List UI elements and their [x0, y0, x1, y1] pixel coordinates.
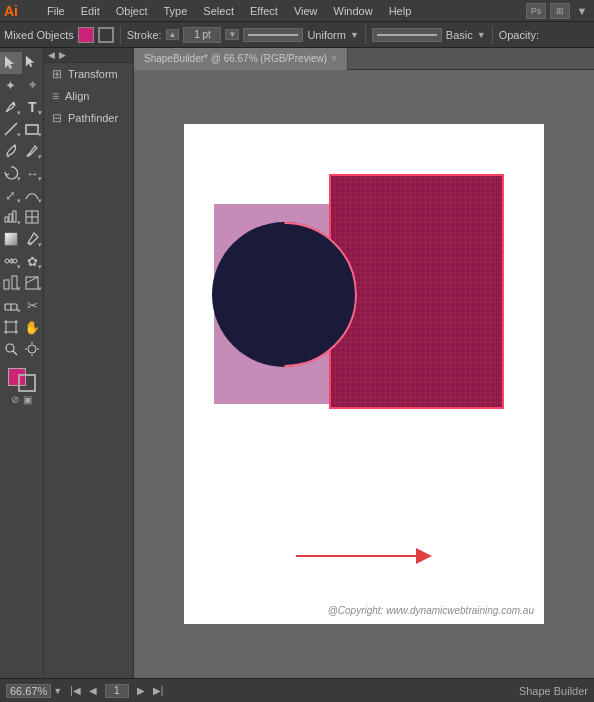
canvas-white: @Copyright: www.dynamicwebtraining.com.a… — [184, 124, 544, 624]
ai-logo-icon: Ai — [4, 3, 32, 19]
stroke-swatch[interactable] — [98, 27, 114, 43]
menu-type[interactable]: Type — [157, 3, 195, 19]
lasso-tool[interactable]: ⌖ — [22, 74, 44, 96]
page-number-input[interactable] — [105, 684, 129, 698]
profile-dropdown[interactable]: ▼ — [477, 30, 486, 40]
main-area: ✦ ⌖ ▾ T▾ ▾ ▾ ▾ — [0, 48, 594, 678]
gradient-tool[interactable] — [0, 228, 22, 250]
line-tool[interactable]: ▾ — [0, 118, 22, 140]
shapebuilder-tab[interactable]: ShapeBuilder* @ 66.67% (RGB/Preview) × — [134, 48, 348, 70]
copyright-text: @Copyright: www.dynamicwebtraining.com.a… — [328, 605, 534, 616]
graph-tool[interactable]: ▾ — [0, 206, 22, 228]
nav-prev-prev-btn[interactable]: |◀ — [70, 685, 81, 696]
menu-effect[interactable]: Effect — [243, 3, 285, 19]
svg-marker-1 — [26, 56, 34, 67]
drawing-canvas[interactable]: @Copyright: www.dynamicwebtraining.com.a… — [134, 70, 594, 678]
column-graph-tool[interactable]: ▾ — [0, 272, 22, 294]
svg-rect-5 — [5, 217, 8, 222]
slice-tool[interactable]: ▾ — [22, 272, 44, 294]
ps-icon[interactable]: Ps — [526, 3, 546, 19]
nav-next-btn[interactable]: ▶ — [137, 685, 145, 696]
zoom-dropdown-btn[interactable]: ▼ — [53, 686, 62, 696]
menu-view[interactable]: View — [287, 3, 325, 19]
menu-select[interactable]: Select — [196, 3, 241, 19]
align-panel-item[interactable]: ≡ Align — [44, 85, 133, 107]
menu-file[interactable]: File — [40, 3, 72, 19]
mixed-objects-label: Mixed Objects — [4, 29, 74, 41]
tool-name-label: Shape Builder — [171, 685, 588, 697]
pathfinder-icon: ⊟ — [52, 111, 62, 125]
basic-label: Basic — [446, 29, 473, 41]
stroke-style-selector[interactable] — [243, 28, 303, 42]
align-label: Align — [65, 90, 89, 102]
fill-swatch[interactable] — [78, 27, 94, 43]
pathfinder-panel-item[interactable]: ⊟ Pathfinder — [44, 107, 133, 129]
symbol-tool[interactable]: ✿▾ — [22, 250, 44, 272]
pen-tool[interactable]: ▾ — [0, 96, 22, 118]
mesh-tool[interactable] — [22, 206, 44, 228]
svg-rect-4 — [26, 125, 38, 134]
panel-expand-btn[interactable]: ▶ — [59, 50, 66, 60]
zoom-tool[interactable] — [0, 338, 22, 360]
expand-icon[interactable]: ▼ — [574, 3, 590, 19]
menu-bar: Ai File Edit Object Type Select Effect V… — [0, 0, 594, 22]
grid-icon[interactable]: ⊞ — [550, 3, 570, 19]
nav-prev-btn[interactable]: ◀ — [89, 685, 97, 696]
magic-wand-tool[interactable]: ✦ — [0, 74, 22, 96]
pathfinder-label: Pathfinder — [68, 112, 118, 124]
panel-collapse-btn[interactable]: ◀ — [48, 50, 55, 60]
artboard-tool[interactable] — [0, 316, 22, 338]
mirror-tool[interactable]: ↔▾ — [22, 162, 44, 184]
stroke-value-input[interactable] — [183, 27, 221, 43]
menu-object[interactable]: Object — [109, 3, 155, 19]
svg-rect-7 — [13, 211, 16, 222]
separator2 — [365, 26, 366, 44]
none-icon[interactable]: ⊘ — [11, 394, 19, 405]
tab-close-btn[interactable]: × — [331, 53, 337, 64]
rect-tool[interactable]: ▾ — [22, 118, 44, 140]
blend-tool[interactable]: ▾ — [0, 250, 22, 272]
transform-panel-item[interactable]: ⊞ Transform — [44, 63, 133, 85]
toolbar: Mixed Objects Stroke: ▲ ▼ Uniform ▼ Basi… — [0, 22, 594, 48]
menu-window[interactable]: Window — [327, 3, 380, 19]
type-tool[interactable]: T▾ — [22, 96, 44, 118]
arrow-indicator — [296, 548, 432, 564]
tab-bar: ShapeBuilder* @ 66.67% (RGB/Preview) × — [134, 48, 594, 70]
stroke-down-btn[interactable]: ▼ — [226, 30, 238, 39]
panel-area: ◀ ▶ ⊞ Transform ≡ Align ⊟ Pathfinder — [44, 48, 134, 678]
stroke-color-box[interactable] — [18, 374, 36, 392]
canvas-area: ShapeBuilder* @ 66.67% (RGB/Preview) × — [134, 48, 594, 678]
zoom-value: 66.67% — [6, 684, 51, 698]
warp-tool[interactable]: ▾ — [22, 184, 44, 206]
nav-next-next-btn[interactable]: ▶| — [153, 685, 164, 696]
hand-tool[interactable]: ✋ — [22, 316, 44, 338]
svg-marker-0 — [5, 56, 14, 69]
stroke-up-btn[interactable]: ▲ — [167, 30, 179, 39]
svg-rect-15 — [4, 280, 9, 289]
rotate-tool[interactable]: ▾ — [0, 162, 22, 184]
direct-selection-tool[interactable] — [22, 52, 44, 74]
selection-tool[interactable] — [0, 52, 22, 74]
eyedropper-tool[interactable]: ▾ — [22, 228, 44, 250]
paintbrush-tool[interactable] — [0, 140, 22, 162]
color-gradient-icon[interactable]: ▣ — [23, 394, 32, 405]
menu-edit[interactable]: Edit — [74, 3, 107, 19]
pencil-tool[interactable]: ▾ — [22, 140, 44, 162]
svg-rect-21 — [6, 322, 16, 332]
svg-line-31 — [13, 351, 17, 355]
scissors-tool[interactable]: ✂ — [22, 294, 44, 316]
arrow-line — [296, 555, 416, 557]
svg-rect-6 — [9, 214, 12, 222]
scale-tool[interactable]: ⤢▾ — [0, 184, 22, 206]
profile-style-selector[interactable] — [372, 28, 442, 42]
transform-icon: ⊞ — [52, 67, 62, 81]
opacity-label: Opacity: — [499, 29, 539, 41]
svg-point-30 — [6, 344, 14, 352]
eraser-tool[interactable]: ▾ — [0, 294, 22, 316]
transform-label: Transform — [68, 68, 118, 80]
status-bar: 66.67% ▼ |◀ ◀ ▶ ▶| Shape Builder — [0, 678, 594, 702]
stroke-style-dropdown[interactable]: ▼ — [350, 30, 359, 40]
settings-tool[interactable] — [22, 338, 44, 360]
tab-title: ShapeBuilder* @ 66.67% (RGB/Preview) — [144, 53, 327, 64]
menu-help[interactable]: Help — [382, 3, 419, 19]
